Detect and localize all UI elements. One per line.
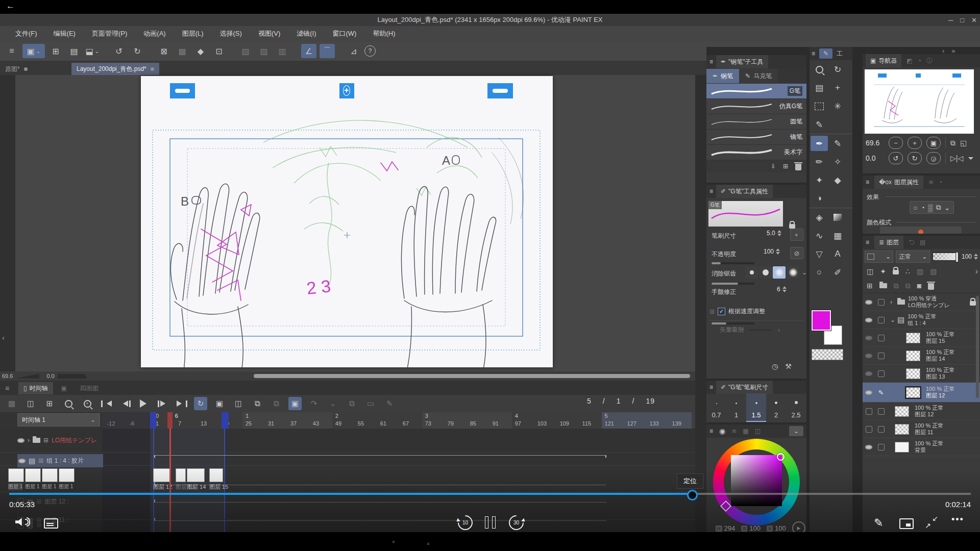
- menu-item-6[interactable]: 视图(V): [250, 26, 288, 41]
- left-dock-collapse-icon[interactable]: ‹: [2, 333, 5, 342]
- actual-size-icon[interactable]: ◱: [960, 139, 967, 147]
- edit-cell[interactable]: [875, 444, 887, 450]
- layer-row-组 1 : 4[interactable]: ⌄▤100 % 正常组 1 : 4: [863, 311, 980, 329]
- progress-knob[interactable]: [687, 490, 698, 500]
- clip-below-icon[interactable]: ◫: [867, 267, 873, 276]
- visibility-cell[interactable]: [863, 426, 875, 433]
- sv-knob[interactable]: [777, 453, 785, 461]
- deselect-icon[interactable]: ⊠: [156, 44, 172, 58]
- canvas-page[interactable]: 2 3 B A: [141, 76, 553, 367]
- blend-tool-icon[interactable]: ◑: [811, 191, 828, 206]
- rotate-left-icon[interactable]: ↺: [889, 152, 903, 164]
- zoom-tool-icon[interactable]: [811, 62, 828, 77]
- zoom-in-icon[interactable]: +: [908, 137, 922, 149]
- layer-mask-icon[interactable]: ◙: [917, 282, 921, 290]
- brush-size-slider[interactable]: [712, 262, 754, 264]
- pen-tool-icon[interactable]: ✒: [811, 136, 828, 151]
- speed-adjust-checkbox[interactable]: ✓: [718, 308, 725, 315]
- close-button[interactable]: ✕: [971, 16, 977, 24]
- playhead-head[interactable]: [167, 412, 173, 429]
- clear-icon[interactable]: ◆: [193, 44, 208, 58]
- color-set-icon[interactable]: ▦: [743, 428, 748, 435]
- chevron-down-icon-6[interactable]: ⌄: [326, 397, 339, 410]
- edit-cell[interactable]: [875, 299, 887, 306]
- delete-subtool-icon[interactable]: [795, 164, 801, 170]
- doc-tab-0[interactable]: 原图*: [0, 63, 71, 75]
- timeline-palette-icon[interactable]: ▩: [5, 397, 18, 410]
- new-layer-icon[interactable]: ⊞: [867, 282, 873, 290]
- menu-item-1[interactable]: 编辑(E): [45, 26, 84, 41]
- track-1[interactable]: ▤⊞组 1 : 4 : 胶片: [17, 454, 103, 467]
- snap-curve-icon[interactable]: ⌒: [320, 44, 335, 58]
- brush-size-dynamics-button[interactable]: »: [790, 229, 803, 241]
- color-mode-button-partial[interactable]: [880, 227, 962, 234]
- layer-row-LO用纸テンプレ[interactable]: ›100 % 穿透LO用纸テンプレ: [863, 293, 980, 311]
- brush-tool-icon[interactable]: ✏: [811, 154, 828, 169]
- minimize-button[interactable]: ─: [948, 16, 953, 24]
- flip-horizontal-icon[interactable]: ▷|◁: [950, 154, 963, 162]
- collapse-arrow-icon[interactable]: ⌄: [890, 316, 897, 323]
- opacity-dynamics-button[interactable]: ⊘: [790, 247, 803, 259]
- snap-grid-icon[interactable]: ▥: [275, 44, 290, 58]
- range-start-marker[interactable]: [150, 412, 156, 429]
- rewind-10-button[interactable]: 10: [458, 515, 473, 530]
- visibility-cell[interactable]: [863, 390, 875, 395]
- layer-row-图层 15[interactable]: 100 % 正常图层 15: [863, 329, 980, 347]
- menu-item-3[interactable]: 动画(A): [135, 26, 174, 41]
- timeline-select-dropdown[interactable]: 时间轴 1 ⌄: [17, 413, 100, 427]
- border-effect-icon[interactable]: ○: [913, 204, 917, 212]
- pencil-tool-icon[interactable]: ✎: [829, 136, 846, 151]
- panel-expand-icon[interactable]: ›: [975, 267, 978, 276]
- vector-snap-slider[interactable]: [749, 329, 773, 331]
- layer-opacity-stepper[interactable]: 100: [962, 253, 978, 260]
- lock-icon[interactable]: [789, 224, 795, 229]
- edit-cell[interactable]: ✎: [875, 389, 887, 396]
- cel-thumbnail-0[interactable]: [8, 468, 24, 482]
- layer-row-图层 11[interactable]: 100 % 正常图层 11: [863, 420, 980, 438]
- panel-menu-icon-5[interactable]: ≡: [866, 179, 869, 186]
- brush-preset-2.5[interactable]: 2.5: [786, 393, 806, 422]
- layers-tab[interactable]: ≣ 图层: [874, 236, 903, 249]
- rotate-right-icon[interactable]: ↻: [908, 152, 922, 164]
- visibility-cell[interactable]: [863, 445, 875, 449]
- transparent-color-chip[interactable]: [812, 349, 843, 360]
- timeline-settings-icon[interactable]: ⊞: [43, 397, 56, 410]
- visibility-cell[interactable]: [863, 354, 875, 358]
- doc-tab-1[interactable]: Layout_200dpi_青色.psd*: [71, 63, 159, 75]
- expand-arrow-icon[interactable]: ›: [890, 298, 897, 306]
- subtitles-button[interactable]: [44, 518, 58, 529]
- link-cel-icon[interactable]: ⧉: [251, 397, 264, 410]
- maximize-button[interactable]: □: [960, 16, 964, 24]
- color-sliders-icon[interactable]: ≋: [731, 428, 737, 435]
- rotate-reset-icon[interactable]: ◶: [926, 152, 941, 164]
- delete-layer-icon[interactable]: [928, 283, 934, 290]
- timeline-ruler[interactable]: 012345-12-617131925313743495561677379859…: [102, 412, 695, 429]
- mask-circle-icon[interactable]: ◔: [939, 179, 942, 186]
- airbrush-tool-icon[interactable]: ✧: [829, 154, 846, 169]
- open-file-icon[interactable]: ▤: [66, 44, 82, 58]
- lock-transparent-icon[interactable]: ∴: [905, 267, 910, 276]
- cel-thumbnail-2[interactable]: [42, 468, 58, 482]
- snap-on-icon[interactable]: ∠: [301, 44, 316, 58]
- edit-timeline-icon[interactable]: ✎: [383, 397, 396, 410]
- fit-screen-icon[interactable]: ⧉: [950, 139, 955, 147]
- save-icon[interactable]: ⬓⌄: [85, 44, 100, 58]
- zoom-out-icon[interactable]: −: [889, 137, 903, 149]
- layers-stack-icon[interactable]: ≋: [928, 179, 934, 186]
- extract-line-icon[interactable]: ⧉: [936, 203, 941, 212]
- visibility-cell[interactable]: [863, 318, 875, 322]
- item-bank-icon[interactable]: ◔: [918, 57, 921, 64]
- text-tool-icon[interactable]: A: [829, 246, 846, 262]
- light-table-icon[interactable]: ↷: [307, 397, 321, 410]
- edit-cell[interactable]: [875, 353, 887, 359]
- menu-item-5[interactable]: 选择(S): [212, 26, 250, 41]
- cel-extra-icon[interactable]: ⧉: [270, 397, 283, 410]
- visibility-cell[interactable]: [863, 336, 875, 340]
- layer-search-icon[interactable]: ⮌: [909, 239, 915, 246]
- panel-menu-icon-4[interactable]: ≡: [709, 428, 713, 435]
- forward-30-button[interactable]: 30: [509, 515, 524, 530]
- timeline-cel-图层 14[interactable]: [187, 468, 205, 482]
- visibility-cell[interactable]: [863, 408, 875, 415]
- blend-mode-dropdown[interactable]: 正常 ⌄: [896, 251, 930, 263]
- toolbar-pen-tab-icon[interactable]: ✎: [819, 48, 832, 59]
